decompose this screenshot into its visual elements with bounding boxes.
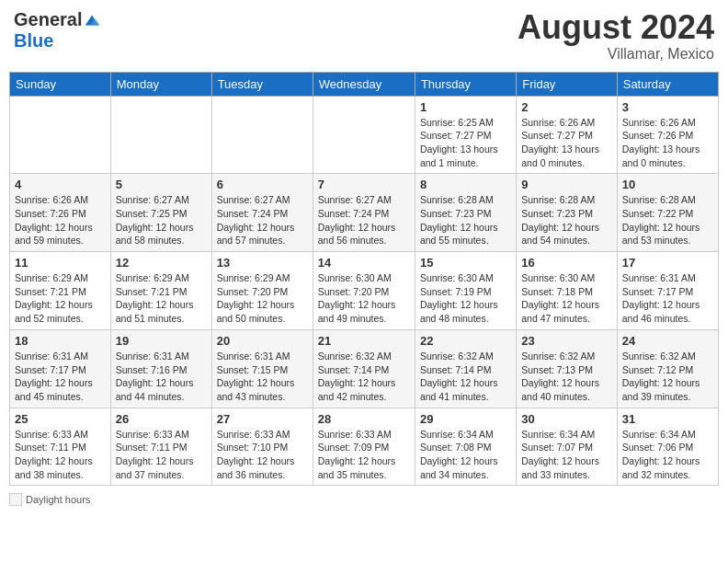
calendar-cell xyxy=(10,96,111,174)
day-number: 4 xyxy=(15,178,106,191)
day-info: Sunrise: 6:27 AM Sunset: 7:24 PM Dayligh… xyxy=(217,193,308,247)
calendar-cell: 5Sunrise: 6:27 AM Sunset: 7:25 PM Daylig… xyxy=(110,174,211,252)
logo-icon xyxy=(84,12,100,29)
calendar-week-row: 25Sunrise: 6:33 AM Sunset: 7:11 PM Dayli… xyxy=(10,408,719,486)
location-title: Villamar, Mexico xyxy=(518,46,714,63)
calendar-header-row: SundayMondayTuesdayWednesdayThursdayFrid… xyxy=(10,72,719,96)
calendar-cell: 4Sunrise: 6:26 AM Sunset: 7:26 PM Daylig… xyxy=(10,174,111,252)
calendar-table: SundayMondayTuesdayWednesdayThursdayFrid… xyxy=(9,72,719,487)
logo: General Blue xyxy=(14,9,100,52)
day-info: Sunrise: 6:31 AM Sunset: 7:17 PM Dayligh… xyxy=(15,350,106,404)
calendar-cell: 22Sunrise: 6:32 AM Sunset: 7:14 PM Dayli… xyxy=(415,329,516,408)
calendar-day-header: Friday xyxy=(517,72,617,96)
day-number: 8 xyxy=(420,178,511,191)
day-info: Sunrise: 6:34 AM Sunset: 7:06 PM Dayligh… xyxy=(622,428,713,482)
day-number: 30 xyxy=(521,412,611,426)
calendar-week-row: 18Sunrise: 6:31 AM Sunset: 7:17 PM Dayli… xyxy=(10,329,719,408)
calendar-cell: 29Sunrise: 6:34 AM Sunset: 7:08 PM Dayli… xyxy=(415,408,516,486)
day-number: 5 xyxy=(116,178,207,191)
calendar-day-header: Tuesday xyxy=(211,72,313,96)
calendar-footer: Daylight hours xyxy=(9,493,719,506)
day-number: 13 xyxy=(217,256,308,270)
day-info: Sunrise: 6:32 AM Sunset: 7:12 PM Dayligh… xyxy=(622,350,713,404)
title-area: August 2024 Villamar, Mexico xyxy=(518,9,714,63)
day-info: Sunrise: 6:28 AM Sunset: 7:23 PM Dayligh… xyxy=(521,193,611,247)
calendar-cell: 24Sunrise: 6:32 AM Sunset: 7:12 PM Dayli… xyxy=(617,329,718,408)
day-number: 27 xyxy=(217,412,308,426)
day-info: Sunrise: 6:31 AM Sunset: 7:16 PM Dayligh… xyxy=(116,350,207,404)
day-info: Sunrise: 6:29 AM Sunset: 7:21 PM Dayligh… xyxy=(15,271,106,326)
day-number: 14 xyxy=(318,256,410,270)
day-info: Sunrise: 6:33 AM Sunset: 7:11 PM Dayligh… xyxy=(15,428,106,482)
day-number: 23 xyxy=(521,334,611,348)
calendar-cell xyxy=(211,96,313,174)
calendar-cell: 13Sunrise: 6:29 AM Sunset: 7:20 PM Dayli… xyxy=(211,252,313,330)
calendar-cell: 1Sunrise: 6:25 AM Sunset: 7:27 PM Daylig… xyxy=(415,96,516,174)
calendar-week-row: 4Sunrise: 6:26 AM Sunset: 7:26 PM Daylig… xyxy=(10,174,719,252)
calendar-cell: 14Sunrise: 6:30 AM Sunset: 7:20 PM Dayli… xyxy=(313,252,415,330)
logo-blue-text: Blue xyxy=(14,30,53,52)
calendar-cell: 11Sunrise: 6:29 AM Sunset: 7:21 PM Dayli… xyxy=(10,252,111,330)
calendar-cell: 21Sunrise: 6:32 AM Sunset: 7:14 PM Dayli… xyxy=(313,329,415,408)
calendar-cell: 8Sunrise: 6:28 AM Sunset: 7:23 PM Daylig… xyxy=(415,174,516,252)
daylight-legend-label: Daylight hours xyxy=(26,494,90,505)
calendar-cell: 31Sunrise: 6:34 AM Sunset: 7:06 PM Dayli… xyxy=(617,408,718,486)
calendar-cell: 30Sunrise: 6:34 AM Sunset: 7:07 PM Dayli… xyxy=(517,408,617,486)
day-info: Sunrise: 6:32 AM Sunset: 7:14 PM Dayligh… xyxy=(420,350,511,404)
calendar-cell: 3Sunrise: 6:26 AM Sunset: 7:26 PM Daylig… xyxy=(617,96,718,174)
page-header: General Blue August 2024 Villamar, Mexic… xyxy=(9,9,719,63)
calendar-day-header: Saturday xyxy=(617,72,718,96)
day-number: 22 xyxy=(420,334,511,348)
day-info: Sunrise: 6:25 AM Sunset: 7:27 PM Dayligh… xyxy=(420,116,511,170)
day-number: 24 xyxy=(622,334,713,348)
calendar-cell xyxy=(110,96,211,174)
day-info: Sunrise: 6:31 AM Sunset: 7:17 PM Dayligh… xyxy=(622,271,713,326)
calendar-cell: 7Sunrise: 6:27 AM Sunset: 7:24 PM Daylig… xyxy=(313,174,415,252)
day-number: 9 xyxy=(521,178,611,191)
day-number: 21 xyxy=(318,334,410,348)
day-number: 12 xyxy=(116,256,207,270)
calendar-cell: 19Sunrise: 6:31 AM Sunset: 7:16 PM Dayli… xyxy=(110,329,211,408)
calendar-week-row: 11Sunrise: 6:29 AM Sunset: 7:21 PM Dayli… xyxy=(10,252,719,330)
calendar-week-row: 1Sunrise: 6:25 AM Sunset: 7:27 PM Daylig… xyxy=(10,96,719,174)
calendar-cell: 28Sunrise: 6:33 AM Sunset: 7:09 PM Dayli… xyxy=(313,408,415,486)
day-number: 26 xyxy=(116,412,207,426)
calendar-cell: 2Sunrise: 6:26 AM Sunset: 7:27 PM Daylig… xyxy=(517,96,617,174)
calendar-cell: 18Sunrise: 6:31 AM Sunset: 7:17 PM Dayli… xyxy=(10,329,111,408)
calendar-cell: 23Sunrise: 6:32 AM Sunset: 7:13 PM Dayli… xyxy=(517,329,617,408)
day-number: 25 xyxy=(15,412,106,426)
day-info: Sunrise: 6:34 AM Sunset: 7:08 PM Dayligh… xyxy=(420,428,511,482)
day-info: Sunrise: 6:28 AM Sunset: 7:22 PM Dayligh… xyxy=(622,193,713,247)
day-number: 17 xyxy=(622,256,713,270)
calendar-cell: 17Sunrise: 6:31 AM Sunset: 7:17 PM Dayli… xyxy=(617,252,718,330)
day-info: Sunrise: 6:33 AM Sunset: 7:09 PM Dayligh… xyxy=(318,428,410,482)
day-number: 15 xyxy=(420,256,511,270)
day-number: 16 xyxy=(521,256,611,270)
day-info: Sunrise: 6:32 AM Sunset: 7:14 PM Dayligh… xyxy=(318,350,410,404)
calendar-cell: 25Sunrise: 6:33 AM Sunset: 7:11 PM Dayli… xyxy=(10,408,111,486)
day-number: 7 xyxy=(318,178,410,191)
day-info: Sunrise: 6:33 AM Sunset: 7:11 PM Dayligh… xyxy=(116,428,207,482)
logo-general-text: General xyxy=(14,9,82,30)
calendar-day-header: Sunday xyxy=(10,72,111,96)
day-number: 2 xyxy=(521,100,611,114)
month-title: August 2024 xyxy=(518,9,714,46)
day-info: Sunrise: 6:33 AM Sunset: 7:10 PM Dayligh… xyxy=(217,428,308,482)
day-number: 1 xyxy=(420,100,511,114)
calendar-cell: 6Sunrise: 6:27 AM Sunset: 7:24 PM Daylig… xyxy=(211,174,313,252)
day-info: Sunrise: 6:26 AM Sunset: 7:26 PM Dayligh… xyxy=(15,193,106,247)
day-info: Sunrise: 6:30 AM Sunset: 7:19 PM Dayligh… xyxy=(420,271,511,326)
day-info: Sunrise: 6:30 AM Sunset: 7:20 PM Dayligh… xyxy=(318,271,410,326)
day-info: Sunrise: 6:32 AM Sunset: 7:13 PM Dayligh… xyxy=(521,350,611,404)
calendar-cell: 9Sunrise: 6:28 AM Sunset: 7:23 PM Daylig… xyxy=(517,174,617,252)
day-number: 10 xyxy=(622,178,713,191)
day-info: Sunrise: 6:27 AM Sunset: 7:24 PM Dayligh… xyxy=(318,193,410,247)
day-info: Sunrise: 6:29 AM Sunset: 7:21 PM Dayligh… xyxy=(116,271,207,326)
day-info: Sunrise: 6:26 AM Sunset: 7:26 PM Dayligh… xyxy=(622,116,713,170)
day-info: Sunrise: 6:26 AM Sunset: 7:27 PM Dayligh… xyxy=(521,116,611,170)
day-number: 29 xyxy=(420,412,511,426)
day-info: Sunrise: 6:28 AM Sunset: 7:23 PM Dayligh… xyxy=(420,193,511,247)
calendar-cell: 27Sunrise: 6:33 AM Sunset: 7:10 PM Dayli… xyxy=(211,408,313,486)
day-number: 3 xyxy=(622,100,713,114)
day-info: Sunrise: 6:27 AM Sunset: 7:25 PM Dayligh… xyxy=(116,193,207,247)
